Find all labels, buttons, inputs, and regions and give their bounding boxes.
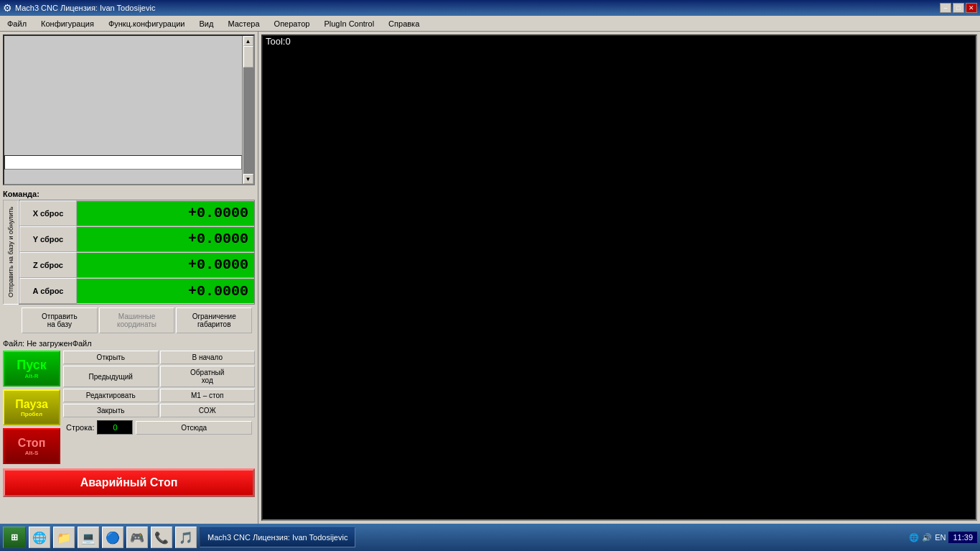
emergency-stop-button[interactable]: Аварийный Стоп (3, 468, 255, 497)
scroll-track (243, 46, 253, 174)
menu-file[interactable]: Файл (3, 18, 31, 29)
taskbar-network-icon: 🌐 (909, 533, 919, 542)
m1-stop-button[interactable]: M1 – стоп (160, 389, 256, 402)
app-icon: ⚙ (3, 2, 12, 14)
right-btn-row-4: Закрыть СОЖ (63, 404, 255, 417)
stop-button[interactable]: Стоп Alt-S (3, 428, 60, 464)
stop-label: Стоп (18, 437, 46, 450)
main-layout: ▲ ▼ Команда: Отправить на базу и обнулит… (0, 32, 980, 524)
taskbar-right: 🌐 🔊 EN 11:39 (909, 532, 977, 543)
right-btn-row-1: Открыть В начало (63, 351, 255, 364)
title-bar-controls: – □ ✕ (940, 3, 977, 13)
taskbar-clock: 11:39 (948, 532, 977, 543)
menu-operator[interactable]: Оператор (270, 18, 314, 29)
taskbar-icon-browser[interactable]: 🌐 (29, 527, 50, 548)
a-axis-value: +0.0000 (77, 279, 254, 303)
right-btn-row-3: Редактировать M1 – стоп (63, 389, 255, 402)
row-label: Строка: (66, 423, 94, 432)
limits-button[interactable]: Ограничениегабаритов (176, 307, 252, 333)
axis-controls: X сброс +0.0000 Y сброс +0.0000 Z сброс … (19, 200, 255, 305)
pause-label: Пауза (15, 398, 48, 411)
run-label: Пуск (17, 358, 47, 373)
send-rotate-button[interactable]: Отправить на базу и обнулить (3, 200, 19, 305)
run-button[interactable]: Пуск Alt-R (3, 351, 60, 386)
stop-sub-label: Alt-S (25, 450, 39, 456)
scroll-thumb[interactable] (243, 46, 253, 68)
y-reset-button[interactable]: Y сброс (19, 226, 77, 252)
file-info: Файл: Не загруженФайл (0, 338, 258, 349)
edit-button[interactable]: Редактировать (63, 389, 159, 402)
taskbar: ⊞ 🌐 📁 💻 🔵 🎮 📞 🎵 Mach3 CNC Лицензия: Ivan… (0, 524, 980, 551)
taskbar-active-app[interactable]: Mach3 CNC Лицензия: Ivan Todosijevic (200, 527, 355, 547)
menu-plugin[interactable]: PlugIn Control (319, 18, 378, 29)
minimize-button[interactable]: – (940, 3, 951, 13)
title-text: Mach3 CNC Лицензия: Ivan Todosijevic (15, 4, 155, 12)
control-section: Пуск Alt-R Пауза Пробел Стоп Alt-S Откры… (0, 349, 258, 466)
from-here-button[interactable]: Отсюда (136, 421, 252, 435)
menu-view[interactable]: Вид (195, 18, 218, 29)
open-button[interactable]: Открыть (63, 351, 159, 364)
machine-coords-button[interactable]: Машинныекоординаты (99, 307, 175, 333)
maximize-button[interactable]: □ (953, 3, 964, 13)
left-panel: ▲ ▼ Команда: Отправить на базу и обнулит… (0, 32, 258, 524)
right-btn-row-2: Предыдущий Обратныйход (63, 366, 255, 387)
menu-config[interactable]: Конфигурация (37, 18, 98, 29)
pause-sub-label: Пробел (21, 411, 42, 417)
row-line: Строка: Отсюда (63, 419, 255, 436)
taskbar-icon-music[interactable]: 🎵 (175, 527, 197, 548)
file-value: Не загруженФайл (27, 339, 92, 348)
taskbar-icon-comm[interactable]: 📞 (151, 527, 172, 548)
start-button[interactable]: ⊞ (3, 527, 26, 548)
title-bar: ⚙ Mach3 CNC Лицензия: Ivan Todosijevic –… (0, 0, 980, 16)
menu-bar: Файл Конфигурация Функц.конфигурации Вид… (0, 16, 980, 32)
prev-button[interactable]: Предыдущий (63, 366, 159, 387)
tool-label: Tool:0 (263, 33, 294, 50)
x-axis-value: +0.0000 (77, 201, 254, 226)
run-sub-label: Alt-R (24, 373, 38, 379)
taskbar-lang: EN (935, 533, 946, 542)
command-label: Команда: (3, 190, 255, 198)
menu-func-config[interactable]: Функц.конфигурации (104, 18, 190, 29)
axis-row-x: X сброс +0.0000 (19, 200, 254, 226)
axis-row-a: A сброс +0.0000 (19, 278, 254, 304)
close-button[interactable]: ✕ (966, 3, 977, 13)
axis-row-y: Y сброс +0.0000 (19, 226, 254, 252)
close-file-button[interactable]: Закрыть (63, 404, 159, 417)
scroll-up-button[interactable]: ▲ (243, 36, 253, 46)
right-buttons: Открыть В начало Предыдущий Обратныйход … (63, 351, 255, 464)
cox-button[interactable]: СОЖ (160, 404, 256, 417)
taskbar-icon-folder[interactable]: 📁 (53, 527, 75, 548)
center-panel: Tool:0 (258, 32, 980, 524)
x-reset-button[interactable]: X сброс (19, 200, 77, 226)
reverse-button[interactable]: Обратныйход (160, 366, 256, 387)
taskbar-volume-icon: 🔊 (922, 533, 932, 542)
gcode-input[interactable] (4, 155, 242, 170)
z-axis-value: +0.0000 (77, 253, 254, 277)
taskbar-icon-computer[interactable]: 💻 (78, 527, 99, 548)
file-label: Файл: (3, 339, 24, 348)
command-section: Команда: Отправить на базу и обнулить X … (0, 188, 258, 338)
taskbar-icon-game[interactable]: 🎮 (126, 527, 148, 548)
start-icon: ⊞ (11, 532, 18, 542)
y-axis-value: +0.0000 (77, 227, 254, 251)
pause-button[interactable]: Пауза Пробел (3, 389, 60, 425)
menu-masters[interactable]: Мастера (223, 18, 263, 29)
gcode-area: ▲ ▼ (3, 34, 255, 185)
visualization-area: Tool:0 (261, 34, 977, 521)
axis-row-z: Z сброс +0.0000 (19, 252, 254, 278)
row-input[interactable] (97, 420, 133, 435)
send-base-button[interactable]: Отправитьна базу (22, 307, 98, 333)
title-bar-left: ⚙ Mach3 CNC Лицензия: Ivan Todosijevic (3, 2, 155, 14)
a-reset-button[interactable]: A сброс (19, 278, 77, 304)
z-reset-button[interactable]: Z сброс (19, 252, 77, 278)
to-start-button[interactable]: В начало (160, 351, 256, 364)
bottom-axis-buttons: Отправитьна базу Машинныекоординаты Огра… (19, 305, 255, 336)
gcode-scrollbar: ▲ ▼ (242, 36, 253, 184)
taskbar-icon-media[interactable]: 🔵 (102, 527, 123, 548)
menu-help[interactable]: Справка (384, 18, 424, 29)
scroll-down-button[interactable]: ▼ (243, 174, 253, 184)
